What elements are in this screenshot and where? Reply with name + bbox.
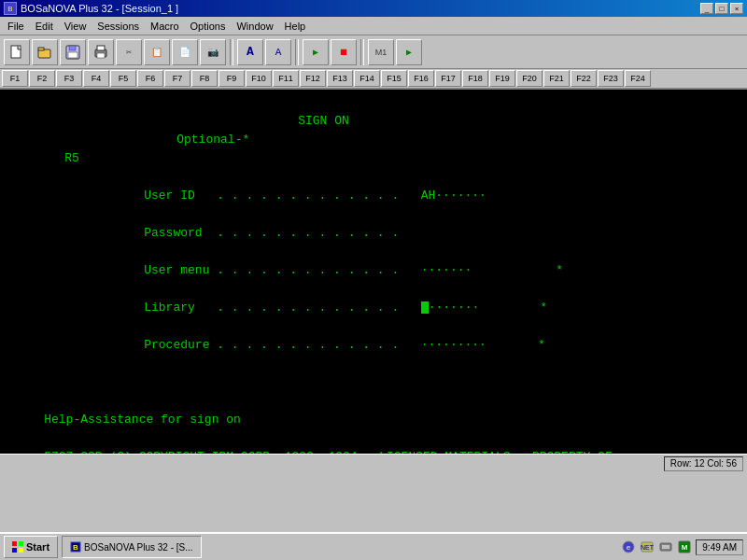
fkey-f3[interactable]: F3 (56, 70, 82, 87)
toolbar: ✂ 📋 📄 📷 A A ▶ ⏹ M1 ▶ (0, 35, 747, 69)
term-usermenu-line: User menu . . . . . . . . . . . . . ····… (0, 243, 747, 261)
term-copyright-line: 5727-SSP (C) COPYRIGHT IBM CORP. 1983, 1… (0, 429, 747, 448)
term-library-line: Library . . . . . . . . . . . . . ······… (0, 280, 747, 299)
svg-rect-10 (19, 541, 23, 546)
usermenu-asterisk: * (556, 263, 563, 277)
library-label: Library . . . . . . . . . . . . . (144, 301, 420, 315)
fkey-f20[interactable]: F20 (516, 70, 543, 87)
taskbar-app-label: BOSaNOVA Plus 32 - [S... (84, 542, 193, 553)
svg-rect-20 (662, 545, 669, 549)
menu-help[interactable]: Help (279, 19, 312, 34)
help-text: Help-Assistance for sign on (44, 413, 241, 427)
term-blank-3 (0, 149, 747, 168)
userid-label: User ID . . . . . . . . . . . . . (144, 189, 420, 203)
fkey-f16[interactable]: F16 (408, 70, 434, 87)
tb-save[interactable] (60, 39, 86, 65)
procedure-asterisk: * (538, 338, 545, 352)
fkey-bar: F1 F2 F3 F4 F5 F6 F7 F8 F9 F10 F11 F12 F… (0, 69, 747, 90)
fkey-f1[interactable]: F1 (2, 70, 28, 87)
menu-view[interactable]: View (59, 19, 92, 34)
password-label: Password . . . . . . . . . . . . . (144, 226, 399, 240)
library-asterisk: * (540, 301, 547, 315)
window-controls[interactable]: _ □ × (700, 3, 743, 14)
tb-open[interactable] (32, 39, 58, 65)
start-button[interactable]: Start (4, 536, 58, 558)
app-icon: B (4, 2, 17, 15)
procedure-dots: . . . . . . . . . . . . . (209, 338, 420, 352)
menu-macro[interactable]: Macro (145, 19, 185, 34)
fkey-f23[interactable]: F23 (598, 70, 624, 87)
svg-text:NET: NET (641, 544, 655, 551)
fkey-f17[interactable]: F17 (435, 70, 461, 87)
tb-cut[interactable]: ✂ (116, 39, 142, 65)
tb-paste[interactable]: 📄 (172, 39, 198, 65)
tray-icon-3 (658, 539, 673, 554)
fkey-f6[interactable]: F6 (137, 70, 163, 87)
tray-icon-4: M (677, 539, 692, 554)
svg-rect-2 (38, 48, 44, 50)
taskbar-app-button[interactable]: B BOSaNOVA Plus 32 - [S... (62, 536, 202, 558)
tb-font-a2[interactable]: A (265, 39, 291, 65)
library-value: ······· (429, 301, 480, 315)
windows-logo-icon (12, 541, 23, 553)
fkey-f22[interactable]: F22 (571, 70, 597, 87)
fkey-f7[interactable]: F7 (164, 70, 190, 87)
fkey-f12[interactable]: F12 (300, 70, 326, 87)
menu-sessions[interactable]: Sessions (92, 19, 145, 34)
fkey-f2[interactable]: F2 (29, 70, 55, 87)
menu-bar: File Edit View Sessions Macro Options Wi… (0, 17, 747, 35)
fkey-f19[interactable]: F19 (489, 70, 515, 87)
procedure-value: ········· (421, 338, 486, 352)
tb-copy[interactable]: 📋 (144, 39, 170, 65)
taskbar-right: e NET M 9:49 AM (621, 539, 743, 555)
fkey-f24[interactable]: F24 (625, 70, 651, 87)
fkey-f4[interactable]: F4 (83, 70, 109, 87)
tb-play[interactable]: ▶ (303, 39, 329, 65)
fkey-f21[interactable]: F21 (543, 70, 570, 87)
tray-icon-1: e (621, 539, 636, 554)
svg-text:B: B (73, 543, 78, 552)
optional-label: Optional-* (176, 133, 249, 147)
svg-rect-9 (12, 541, 17, 546)
tb-sep1 (230, 39, 233, 65)
tb-m1[interactable]: M1 (368, 39, 394, 65)
tb-print[interactable] (88, 39, 114, 65)
tb-new[interactable] (4, 39, 30, 65)
taskbar: Start B BOSaNOVA Plus 32 - [S... e NET M… (0, 532, 747, 560)
tb-stop[interactable]: ⏹ (331, 39, 357, 65)
fkey-f9[interactable]: F9 (218, 70, 245, 87)
fkey-f5[interactable]: F5 (110, 70, 136, 87)
usermenu-label: User menu . . . . . . . . . . . . . (144, 263, 420, 277)
svg-rect-4 (69, 46, 76, 50)
tb-play2[interactable]: ▶ (396, 39, 422, 65)
term-header-line: SIGN ON Optional-* R5 (0, 93, 747, 112)
close-button[interactable]: × (730, 3, 743, 14)
term-help-line: Help-Assistance for sign on (0, 392, 747, 411)
tb-sep3 (360, 39, 364, 65)
start-label: Start (26, 541, 49, 553)
maximize-button[interactable]: □ (715, 3, 728, 14)
fkey-f8[interactable]: F8 (191, 70, 218, 87)
menu-window[interactable]: Window (231, 19, 278, 34)
tb-font-a[interactable]: A (237, 39, 263, 65)
menu-options[interactable]: Options (185, 19, 232, 34)
fkey-f11[interactable]: F11 (273, 70, 299, 87)
minimize-button[interactable]: _ (700, 3, 713, 14)
tb-camera[interactable]: 📷 (200, 39, 226, 65)
title-bar: B BOSaNOVA Plus 32 - [Session_1 ] _ □ × (0, 0, 747, 17)
term-blank-9 (0, 355, 747, 373)
menu-file[interactable]: File (2, 19, 30, 34)
terminal-area[interactable]: SIGN ON Optional-* R5 User ID . . . . . … (0, 90, 747, 454)
fkey-f13[interactable]: F13 (327, 70, 353, 87)
fkey-f18[interactable]: F18 (462, 70, 488, 87)
fkey-f14[interactable]: F14 (354, 70, 380, 87)
term-userid-line: User ID . . . . . . . . . . . . . AH····… (0, 168, 747, 187)
tb-sep2 (295, 39, 299, 65)
svg-rect-12 (19, 548, 23, 553)
fkey-f10[interactable]: F10 (246, 70, 272, 87)
svg-text:M: M (682, 543, 688, 552)
menu-edit[interactable]: Edit (30, 19, 59, 34)
usermenu-value: ······· (421, 263, 472, 277)
term-password-line: Password . . . . . . . . . . . . . (0, 205, 747, 224)
fkey-f15[interactable]: F15 (381, 70, 407, 87)
